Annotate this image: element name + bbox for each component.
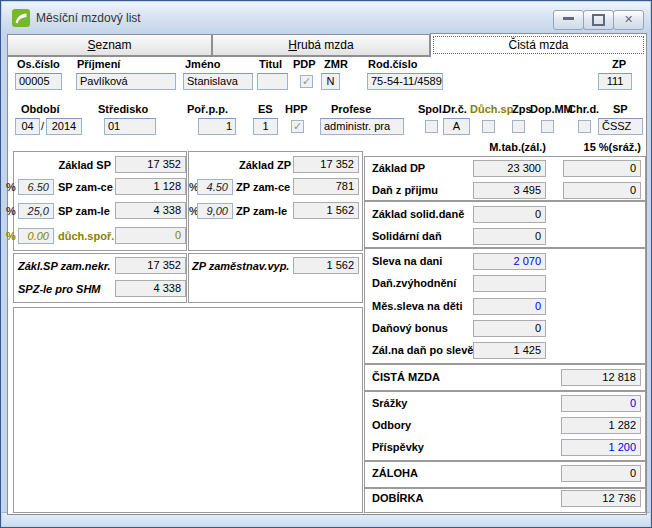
maximize-icon [592,14,605,26]
mtab-zal-column-header: M.tab.(zál.) [446,141,546,153]
dan-zvyhodneni-label: Daň.zvýhodnění [372,277,456,289]
srazky-label: Srážky [372,397,407,409]
zps-checkbox[interactable] [512,120,525,133]
mes-sleva-na-deti-label: Měs.sleva na děti [372,300,463,312]
sp-zam-le-value: 4 338 [115,202,186,219]
chrd-checkbox[interactable] [578,120,591,133]
danovy-bonus-value: 0 [473,320,546,337]
dop-mm-label: Dop.MM [530,103,573,115]
zal-na-dan-po-sleve-label: Zál.na daň po slevě [372,344,473,356]
percent-icon: % [6,181,16,193]
spol-label: Spol. [418,103,445,115]
sp-zam-le-pct-field[interactable]: 25,0 [18,203,54,219]
maximize-button[interactable] [583,10,614,30]
zp-field[interactable]: 111 [598,73,632,90]
pdp-checkbox[interactable]: ✓ [300,75,313,88]
zakl-sp-zam-nekr-label: Zákl.SP zam.nekr. [18,260,111,272]
obdobi-month-field[interactable]: 04 [15,118,40,135]
sp-zam-le-label: SP zam-le [58,205,110,217]
rod-cislo-label: Rod.číslo [368,58,418,70]
danovy-bonus-label: Daňový bonus [372,322,448,334]
dan-zvyhodneni-value [473,275,546,292]
sp-zam-ce-pct-field[interactable]: 6.50 [18,179,54,195]
tab-seznam[interactable]: Seznam [7,34,212,56]
zp-zam-le-label: ZP zam-le [236,205,287,217]
os-cislo-field[interactable]: 00005 [15,73,62,90]
rod-cislo-field[interactable]: 75-54-11/4589 [367,73,443,90]
hpp-label: HPP [285,103,308,115]
duch-sp-label: Důch.sp. [470,103,516,115]
drc-field[interactable]: A [443,118,470,135]
spz-le-pro-shm-value: 4 338 [115,280,186,297]
app-icon [12,9,30,27]
zps-label: Zps [512,103,532,115]
zp-zamestnav-vyp-value: 1 562 [293,257,359,274]
dobirka-value: 12 736 [561,490,641,507]
dop-mm-checkbox[interactable] [541,120,554,133]
zp-zam-ce-pct-field[interactable]: 4.50 [197,179,233,195]
profese-field[interactable]: administr. pra [320,118,404,135]
duch-spor-value: 0 [115,227,186,244]
percent-icon: % [6,205,16,217]
zaklad-sp-value: 17 352 [115,156,186,173]
zaklad-dp-srazka-value: 0 [563,160,641,177]
hpp-checkbox[interactable]: ✓ [291,120,304,133]
empty-groupbox [13,307,363,513]
zaloha-value: 0 [561,465,641,482]
zaklad-solid-dane-value: 0 [473,206,546,223]
srazkova-column-header: 15 %(sráž.) [541,141,641,153]
zal-na-dan-po-sleve-value: 1 425 [473,342,546,359]
prijmeni-label: Příjmení [77,58,120,70]
jmeno-field[interactable]: Stanislava [183,73,253,90]
obdobi-year-field[interactable]: 2014 [46,118,82,135]
zaklad-dp-label: Základ DP [372,162,425,174]
zp-zam-ce-value: 781 [293,178,359,195]
title-bar: Měsíční mzdový list ✕ [2,2,650,32]
tab-cista-mzda[interactable]: Čistá mzda [430,33,647,57]
spol-checkbox[interactable] [425,120,438,133]
zaloha-label: ZÁLOHA [372,467,418,479]
zp-zam-le-value: 1 562 [293,202,359,219]
profese-label: Profese [331,103,371,115]
duch-spor-label: důch.spoř. [58,230,114,242]
stredisko-field[interactable]: 01 [104,118,156,135]
duch-spor-pct-field[interactable]: 0.00 [18,228,54,244]
prijmeni-field[interactable]: Pavlíková [76,73,176,90]
por-pp-label: Poř.p.p. [187,103,228,115]
sleva-na-dani-label: Sleva na dani [372,255,442,267]
zp-zam-le-pct-field[interactable]: 9,00 [197,203,233,219]
zaklad-zp-label: Základ ZP [201,159,291,171]
zp-label: ZP [612,58,626,70]
tab-hruba-mzda[interactable]: Hrubá mzda [212,34,430,56]
por-pp-field[interactable]: 1 [198,118,236,135]
dobirka-label: DOBÍRKA [372,492,423,504]
zmr-field[interactable]: N [321,73,340,90]
close-button[interactable]: ✕ [613,10,644,30]
close-icon: ✕ [624,13,633,25]
duch-sp-checkbox[interactable] [482,120,495,133]
dan-z-prijmu-label: Daň z přijmu [372,184,438,196]
dan-z-prijmu-value: 3 495 [473,182,546,199]
cista-mzda-value: 12 818 [561,369,641,386]
minimize-button[interactable] [553,10,584,30]
zaklad-zp-value: 17 352 [293,156,359,173]
cista-mzda-label: ČISTÁ MZDA [372,371,440,383]
zp-zam-ce-label: ZP zam-ce [236,181,290,193]
zakl-sp-zam-nekr-value: 17 352 [115,257,186,274]
odbory-value: 1 282 [561,417,641,434]
spz-le-pro-shm-label: SPZ-le pro SHM [18,283,101,295]
srazky-value: 0 [561,395,641,412]
sp-field[interactable]: ČSSZ [598,118,643,135]
page-title: Měsíční mzdový list [36,11,141,25]
mes-sleva-na-deti-value: 0 [473,298,546,315]
zp-zamestnav-vyp-label: ZP zaměstnav.vyp. [192,260,289,272]
stredisko-label: Středisko [98,103,148,115]
es-field[interactable]: 1 [253,118,278,135]
jmeno-label: Jméno [185,58,220,70]
app-window: Měsíční mzdový list ✕ Seznam Hrubá mzda … [0,0,652,528]
chrd-label: Chr.d. [568,103,599,115]
titul-field[interactable] [257,73,288,90]
prispevky-value: 1 200 [561,439,641,456]
prispevky-label: Příspěvky [372,441,424,453]
es-label: ES [258,103,273,115]
